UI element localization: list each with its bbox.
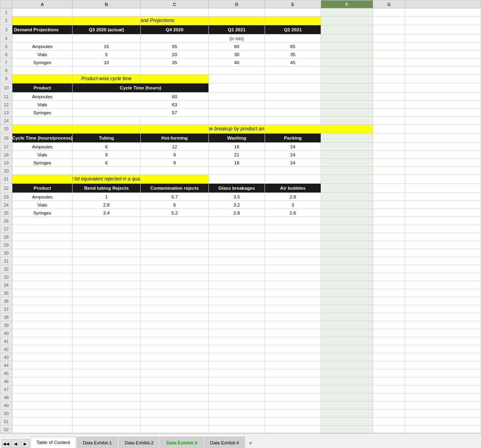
col-header-c[interactable]: C bbox=[141, 0, 209, 8]
cell-b26[interactable] bbox=[73, 217, 141, 225]
cell-b4[interactable] bbox=[73, 34, 141, 42]
cell-f25[interactable] bbox=[321, 209, 373, 217]
cell-g8[interactable] bbox=[373, 67, 405, 74]
cell-e25[interactable]: 2.6 bbox=[265, 209, 321, 217]
cell-e14[interactable] bbox=[265, 117, 321, 124]
cell-f5[interactable] bbox=[321, 43, 373, 50]
cell-c49[interactable] bbox=[141, 401, 209, 409]
cell-b50[interactable] bbox=[73, 409, 141, 417]
cell-b31[interactable] bbox=[73, 257, 141, 265]
cell-g18[interactable] bbox=[373, 151, 405, 158]
cell-e48[interactable] bbox=[265, 393, 321, 401]
cell-a37[interactable] bbox=[12, 305, 73, 313]
cell-f30[interactable] bbox=[321, 249, 373, 257]
cell-c11[interactable]: 60 bbox=[141, 93, 209, 100]
cell-f49[interactable] bbox=[321, 401, 373, 409]
cell-d42[interactable] bbox=[209, 345, 265, 353]
cell-d2[interactable] bbox=[209, 16, 265, 25]
cell-c40[interactable] bbox=[141, 329, 209, 337]
cell-a5[interactable]: Ampoules bbox=[12, 43, 73, 50]
cell-c48[interactable] bbox=[141, 393, 209, 401]
cell-e52[interactable] bbox=[265, 426, 321, 433]
cell-b30[interactable] bbox=[73, 249, 141, 257]
cell-f48[interactable] bbox=[321, 393, 373, 401]
cell-b46[interactable] bbox=[73, 377, 141, 385]
cell-f41[interactable] bbox=[321, 337, 373, 345]
cell-c35[interactable] bbox=[141, 289, 209, 297]
cell-f38[interactable] bbox=[321, 313, 373, 321]
cell-b37[interactable] bbox=[73, 305, 141, 313]
cell-e7[interactable]: 45 bbox=[265, 59, 321, 66]
cell-e9[interactable] bbox=[265, 75, 321, 83]
cell-b42[interactable] bbox=[73, 345, 141, 353]
cell-g46[interactable] bbox=[373, 377, 405, 385]
cell-d49[interactable] bbox=[209, 401, 265, 409]
cell-a49[interactable] bbox=[12, 401, 73, 409]
cell-e41[interactable] bbox=[265, 337, 321, 345]
cell-c18[interactable]: 9 bbox=[141, 151, 209, 158]
cell-c42[interactable] bbox=[141, 345, 209, 353]
cell-a42[interactable] bbox=[12, 345, 73, 353]
cell-g35[interactable] bbox=[373, 289, 405, 297]
cell-f29[interactable] bbox=[321, 241, 373, 249]
cell-b38[interactable] bbox=[73, 313, 141, 321]
tab-data-exhibit-3[interactable]: Data Exhibit-3 bbox=[160, 437, 203, 448]
cell-e2[interactable] bbox=[265, 16, 321, 25]
cell-e51[interactable] bbox=[265, 418, 321, 425]
cell-d30[interactable] bbox=[209, 249, 265, 257]
cell-d40[interactable] bbox=[209, 329, 265, 337]
cell-e33[interactable] bbox=[265, 273, 321, 281]
cell-e50[interactable] bbox=[265, 409, 321, 417]
cell-d33[interactable] bbox=[209, 273, 265, 281]
cell-e18[interactable]: 24 bbox=[265, 151, 321, 158]
cell-b47[interactable] bbox=[73, 385, 141, 393]
cell-e5[interactable]: 65 bbox=[265, 43, 321, 50]
cell-g28[interactable] bbox=[373, 233, 405, 241]
cell-e8[interactable] bbox=[265, 67, 321, 74]
cell-d51[interactable] bbox=[209, 418, 265, 425]
cell-g34[interactable] bbox=[373, 281, 405, 289]
cell-a45[interactable] bbox=[12, 369, 73, 377]
cell-f13[interactable] bbox=[321, 109, 373, 116]
cell-f4[interactable] bbox=[321, 34, 373, 42]
cell-a39[interactable] bbox=[12, 321, 73, 329]
cell-f33[interactable] bbox=[321, 273, 373, 281]
cell-e42[interactable] bbox=[265, 345, 321, 353]
cell-d39[interactable] bbox=[209, 321, 265, 329]
cell-c38[interactable] bbox=[141, 313, 209, 321]
cell-b48[interactable] bbox=[73, 393, 141, 401]
cell-b39[interactable] bbox=[73, 321, 141, 329]
tab-prev[interactable]: ◀ bbox=[11, 439, 20, 448]
cell-f27[interactable] bbox=[321, 225, 373, 233]
cell-d14[interactable] bbox=[209, 117, 265, 124]
cell-f42[interactable] bbox=[321, 345, 373, 353]
cell-c45[interactable] bbox=[141, 369, 209, 377]
cell-d10[interactable] bbox=[209, 83, 265, 92]
cell-e46[interactable] bbox=[265, 377, 321, 385]
cell-a32[interactable] bbox=[12, 265, 73, 273]
cell-f20[interactable] bbox=[321, 167, 373, 174]
cell-f2[interactable] bbox=[321, 16, 373, 25]
cell-g14[interactable] bbox=[373, 117, 405, 124]
cell-e13[interactable] bbox=[265, 109, 321, 116]
cell-e28[interactable] bbox=[265, 233, 321, 241]
cell-g9[interactable] bbox=[373, 75, 405, 83]
cell-g2[interactable] bbox=[373, 16, 405, 25]
cell-f47[interactable] bbox=[321, 385, 373, 393]
cell-b35[interactable] bbox=[73, 289, 141, 297]
cell-c27[interactable] bbox=[141, 225, 209, 233]
cell-c19[interactable]: 9 bbox=[141, 159, 209, 166]
cell-b29[interactable] bbox=[73, 241, 141, 249]
cell-e20[interactable] bbox=[265, 167, 321, 174]
cell-g24[interactable] bbox=[373, 201, 405, 209]
cell-c17[interactable]: 12 bbox=[141, 143, 209, 150]
cell-f18[interactable] bbox=[321, 151, 373, 158]
cell-a18[interactable]: Vials bbox=[12, 151, 73, 158]
cell-g3[interactable] bbox=[373, 25, 405, 34]
cell-d28[interactable] bbox=[209, 233, 265, 241]
cell-a38[interactable] bbox=[12, 313, 73, 321]
cell-e23[interactable]: 2.8 bbox=[265, 193, 321, 201]
cell-c43[interactable] bbox=[141, 353, 209, 361]
cell-g44[interactable] bbox=[373, 361, 405, 369]
cell-e47[interactable] bbox=[265, 385, 321, 393]
